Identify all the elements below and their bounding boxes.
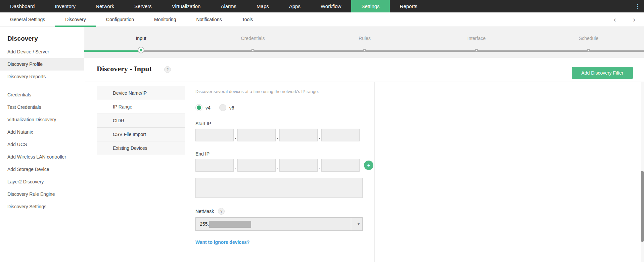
- sidebar-item-layer2-discovery[interactable]: Layer2 Discovery: [0, 176, 84, 188]
- octet-separator: .: [318, 133, 321, 141]
- chevron-right-icon[interactable]: ›: [625, 12, 644, 27]
- step-input[interactable]: Input: [136, 36, 146, 41]
- step-schedule[interactable]: Schedule: [579, 36, 598, 41]
- nav-reports[interactable]: Reports: [390, 0, 428, 12]
- end-ip-octet-4[interactable]: [321, 159, 360, 172]
- stepper-progress: [84, 50, 141, 52]
- start-ip-row: . . .: [195, 129, 363, 141]
- radio-v6-label: v6: [229, 105, 234, 111]
- nav-virtualization[interactable]: Virtualization: [162, 0, 211, 12]
- netmask-select-divider: [351, 218, 351, 230]
- method-tab-existing-devices[interactable]: Existing Devices: [97, 141, 185, 155]
- method-tab-ip-range[interactable]: IP Range: [97, 100, 185, 114]
- scrollbar-track[interactable]: [641, 82, 644, 262]
- tab-notifications[interactable]: Notifications: [186, 12, 232, 27]
- netmask-redacted-value: [209, 221, 251, 228]
- end-ip-octet-3[interactable]: [279, 159, 318, 172]
- tab-general-settings[interactable]: General Settings: [0, 12, 55, 27]
- top-nav: Dashboard Inventory Network Servers Virt…: [0, 0, 644, 12]
- step-rules[interactable]: Rules: [359, 36, 371, 41]
- radio-v4[interactable]: [195, 104, 202, 111]
- ignore-devices-link[interactable]: Want to ignore devices?: [195, 239, 249, 245]
- radio-v4-label: v4: [205, 105, 211, 111]
- dropdown-caret-icon: ▾: [354, 218, 363, 230]
- octet-separator: .: [276, 164, 279, 172]
- octet-separator: .: [276, 133, 279, 141]
- nav-dashboard[interactable]: Dashboard: [0, 0, 45, 12]
- start-ip-octet-4[interactable]: [321, 129, 360, 141]
- sidebar-item-add-wireless-lan-controller[interactable]: Add Wireless LAN controller: [0, 151, 84, 163]
- nav-alarms[interactable]: Alarms: [211, 0, 246, 12]
- step-dot-input[interactable]: [138, 47, 144, 53]
- nav-apps[interactable]: Apps: [279, 0, 311, 12]
- method-tab-csv-file-import[interactable]: CSV File Import: [97, 128, 185, 141]
- top-nav-spacer: [427, 0, 631, 12]
- step-dot-rules[interactable]: [363, 49, 366, 52]
- step-dot-schedule[interactable]: [587, 49, 590, 52]
- start-ip-label: Start IP: [195, 121, 363, 126]
- tab-tools[interactable]: Tools: [232, 12, 263, 27]
- nav-servers[interactable]: Servers: [124, 0, 162, 12]
- sidebar-group-gap: [0, 83, 84, 89]
- octet-separator: .: [234, 164, 237, 172]
- scrollbar-thumb[interactable]: [641, 171, 644, 242]
- method-tab-device-name-ip[interactable]: Device Name/IP: [97, 86, 185, 100]
- page-title: Discovery - Input: [97, 64, 152, 73]
- end-ip-octet-2[interactable]: [237, 159, 276, 172]
- step-credentials[interactable]: Credentials: [241, 36, 265, 41]
- header-divider: [84, 82, 644, 82]
- form-description: Discover several devices at a time using…: [195, 89, 363, 94]
- wizard-stepper: Input Credentials Rules Interface Schedu…: [84, 27, 644, 58]
- sidebar-item-credentials[interactable]: Credentials: [0, 89, 84, 101]
- sidebar-item-test-credentials[interactable]: Test Credentials: [0, 101, 84, 114]
- start-ip-octet-2[interactable]: [237, 129, 276, 141]
- sub-nav-spacer: [263, 12, 605, 27]
- end-ip-label: End IP: [195, 151, 363, 157]
- add-ip-range-button[interactable]: +: [364, 161, 373, 170]
- octet-separator: .: [234, 133, 237, 141]
- radio-v6[interactable]: [219, 104, 226, 111]
- discovery-method-tabs: Device Name/IP IP Range CIDR CSV File Im…: [97, 86, 185, 155]
- sidebar-item-add-nutanix[interactable]: Add Nutanix: [0, 126, 84, 138]
- discovery-sidebar: Discovery Add Device / Server Discovery …: [0, 27, 84, 262]
- settings-sub-nav: General Settings Discovery Configuration…: [0, 12, 644, 27]
- title-help-icon[interactable]: ?: [164, 66, 171, 73]
- sidebar-item-add-storage-device[interactable]: Add Storage Device: [0, 163, 84, 176]
- tab-configuration[interactable]: Configuration: [96, 12, 144, 27]
- netmask-select[interactable]: 255. ▾: [195, 217, 363, 231]
- nav-maps[interactable]: Maps: [246, 0, 279, 12]
- ip-version-radios: v4 v6: [195, 104, 363, 111]
- sidebar-title: Discovery: [0, 27, 84, 46]
- netmask-label-row: NetMask ?: [195, 208, 363, 215]
- sidebar-item-add-device-server[interactable]: Add Device / Server: [0, 46, 84, 58]
- step-dot-credentials[interactable]: [251, 49, 255, 52]
- step-dot-interface[interactable]: [475, 49, 478, 52]
- nav-settings[interactable]: Settings: [351, 0, 389, 12]
- start-ip-octet-3[interactable]: [279, 129, 318, 141]
- nav-inventory[interactable]: Inventory: [45, 0, 86, 12]
- kebab-menu-icon[interactable]: ⋮: [631, 0, 644, 12]
- end-ip-octet-1[interactable]: [195, 159, 234, 172]
- tab-monitoring[interactable]: Monitoring: [144, 12, 186, 27]
- tab-discovery[interactable]: Discovery: [55, 12, 96, 27]
- ip-range-form: Discover several devices at a time using…: [195, 86, 363, 245]
- sidebar-item-add-ucs[interactable]: Add UCS: [0, 138, 84, 151]
- nav-network[interactable]: Network: [86, 0, 124, 12]
- step-interface[interactable]: Interface: [467, 36, 486, 41]
- sidebar-item-virtualization-discovery[interactable]: Virtualization Discovery: [0, 114, 84, 126]
- netmask-value: 255.: [200, 221, 209, 227]
- sidebar-item-discovery-rule-engine[interactable]: Discovery Rule Engine: [0, 188, 84, 201]
- nav-workflow[interactable]: Workflow: [311, 0, 351, 12]
- add-discovery-filter-button[interactable]: Add Discovery Filter: [572, 67, 633, 79]
- start-ip-octet-1[interactable]: [195, 129, 234, 141]
- sidebar-item-discovery-profile[interactable]: Discovery Profile: [0, 58, 84, 71]
- ip-range-list-textarea[interactable]: [195, 178, 363, 198]
- sidebar-item-discovery-settings[interactable]: Discovery Settings: [0, 201, 84, 213]
- method-tab-cidr[interactable]: CIDR: [97, 114, 185, 128]
- end-ip-row: . . . +: [195, 159, 363, 172]
- sidebar-item-discovery-reports[interactable]: Discovery Reports: [0, 71, 84, 83]
- app-window: Dashboard Inventory Network Servers Virt…: [0, 0, 644, 262]
- netmask-help-icon[interactable]: ?: [218, 208, 225, 215]
- content-vertical-divider: [374, 82, 375, 262]
- chevron-left-icon[interactable]: ‹: [605, 12, 625, 27]
